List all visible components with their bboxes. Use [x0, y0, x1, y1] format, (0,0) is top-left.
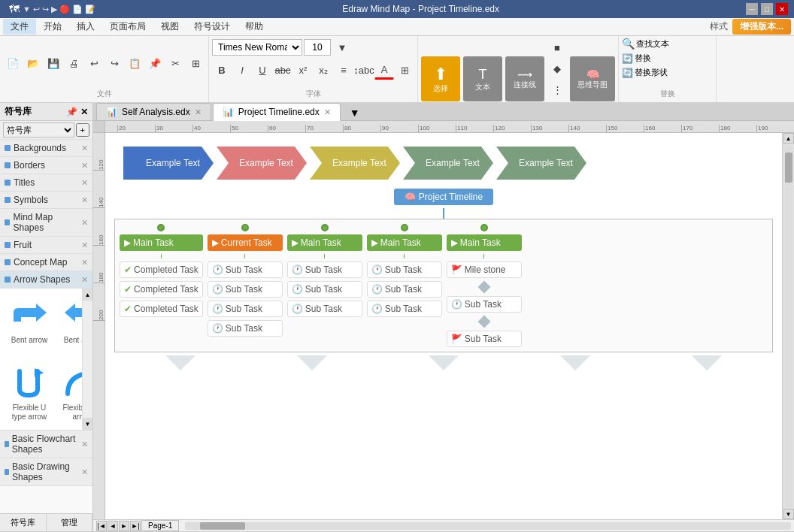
mindmap-tool-btn[interactable]: 🧠 思维导图 [570, 56, 615, 101]
tb-new[interactable]: 📄 [3, 53, 23, 73]
add-library-btn[interactable]: + [76, 123, 89, 137]
library-select[interactable]: 符号库 [3, 122, 74, 138]
menu-insert[interactable]: 插入 [69, 19, 102, 35]
hscroll-thumb[interactable] [200, 522, 245, 530]
sidebar-item-borders[interactable]: Borders ✕ [0, 157, 92, 174]
menu-view[interactable]: 视图 [153, 19, 186, 35]
text-tool-btn[interactable]: T 文本 [463, 56, 502, 101]
cat-borders-close[interactable]: ✕ [81, 161, 88, 171]
chevron-1[interactable]: Example Text [123, 147, 214, 180]
enhanced-button[interactable]: 增强版本... [732, 19, 791, 35]
vscroll-thumb[interactable] [785, 153, 792, 183]
cat-symbols-close[interactable]: ✕ [81, 195, 88, 205]
tb-subscript[interactable]: x₂ [314, 60, 333, 80]
main-canvas[interactable]: Example Text Example Text Example Text E… [105, 133, 782, 519]
canvas-scroll[interactable]: 20 30 40 50 60 70 80 90 100 110 120 130 … [93, 121, 794, 519]
scroll-up-btn[interactable]: ▲ [83, 289, 92, 301]
tb-save[interactable]: 💾 [44, 53, 63, 73]
select-tool-btn[interactable]: ⬆ 选择 [421, 56, 460, 101]
col2-task2[interactable]: 🕐 Sub Task [208, 281, 283, 298]
font-size-down[interactable]: ▼ [332, 38, 352, 57]
tb-open[interactable]: 📂 [23, 53, 43, 73]
cat-arrows-close[interactable]: ✕ [81, 275, 88, 285]
tab-self-analysis[interactable]: 📊 Self Analysis.edx ✕ [96, 103, 211, 120]
sidebar-scroll[interactable]: Backgrounds ✕ Borders ✕ Titles ✕ [0, 140, 92, 513]
page-first-btn[interactable]: |◄ [96, 521, 107, 531]
cat-fruit-close[interactable]: ✕ [81, 240, 88, 250]
col3-task1[interactable]: 🕐 Sub Task [287, 261, 362, 278]
col4-task3[interactable]: 🕐 Sub Task [367, 301, 442, 317]
sidebar-item-titles[interactable]: Titles ✕ [0, 174, 92, 192]
font-name-select[interactable]: Times New Roman [212, 39, 302, 56]
page-next-btn[interactable]: ► [119, 521, 129, 531]
tb-copy[interactable]: 📋 [125, 53, 144, 73]
shape2-btn[interactable]: ◆ [547, 59, 567, 78]
col3-task3[interactable]: 🕐 Sub Task [287, 301, 362, 317]
tab-project-timeline[interactable]: 📊 Project Timeline.edx ✕ [213, 103, 341, 121]
tb-paste[interactable]: 📌 [145, 53, 165, 73]
col2-task1[interactable]: 🕐 Sub Task [208, 261, 283, 278]
chevron-2[interactable]: Example Text [217, 147, 307, 180]
arrow-bent-right[interactable]: Bent arrow [5, 293, 54, 358]
sidebar-pin-btn[interactable]: 📌 [66, 107, 77, 117]
sidebar-close-btn[interactable]: ✕ [80, 107, 88, 117]
right-scrollbar[interactable]: ▲ ▼ [782, 133, 794, 519]
sidebar-item-mindmap[interactable]: Mind Map Shapes ✕ [0, 209, 92, 237]
col5-task3[interactable]: 🚩 Sub Task [447, 331, 522, 347]
symbol-tab[interactable]: 符号库 [0, 514, 47, 531]
menu-symbol[interactable]: 符号设计 [186, 19, 238, 35]
close-button[interactable]: ✕ [776, 3, 788, 15]
col5-header[interactable]: ▶Main Task [447, 234, 522, 251]
col1-task1[interactable]: ✔ Completed Task [120, 261, 203, 278]
page-last-btn[interactable]: ►| [130, 521, 141, 531]
tb-color[interactable]: A [374, 60, 394, 80]
col4-header[interactable]: ▶Main Task [367, 234, 442, 251]
tb-cut[interactable]: ✂ [165, 53, 185, 73]
tb-more2[interactable]: ⊞ [395, 60, 414, 80]
menu-file[interactable]: 文件 [3, 19, 36, 35]
tb-print[interactable]: 🖨 [64, 53, 83, 73]
col4-task2[interactable]: 🕐 Sub Task [367, 281, 442, 298]
cat-titles-close[interactable]: ✕ [81, 178, 88, 188]
maximize-button[interactable]: □ [761, 3, 773, 15]
vscroll-down-btn[interactable]: ▼ [783, 509, 794, 519]
chevron-5[interactable]: Example Text [496, 147, 586, 180]
sidebar-item-symbols[interactable]: Symbols ✕ [0, 192, 92, 209]
col2-task4[interactable]: 🕐 Sub Task [208, 320, 283, 337]
page-prev-btn[interactable]: ◄ [108, 521, 118, 531]
sidebar-item-concept[interactable]: Concept Map ✕ [0, 254, 92, 271]
col3-header[interactable]: ▶Main Task [287, 234, 362, 251]
arrow-u-type[interactable]: Flexible U type arrow [5, 361, 54, 425]
manage-tab[interactable]: 管理 [47, 514, 93, 531]
font-size-input[interactable] [304, 39, 331, 56]
sidebar-item-drawing[interactable]: Basic Drawing Shapes ✕ [0, 458, 92, 486]
sidebar-item-fruit[interactable]: Fruit ✕ [0, 237, 92, 254]
sidebar-item-flowchart[interactable]: Basic Flowchart Shapes ✕ [0, 431, 92, 458]
menu-help[interactable]: 帮助 [238, 19, 271, 35]
tb-align[interactable]: ≡ [334, 60, 353, 80]
col1-header[interactable]: ▶Main Task [120, 234, 203, 251]
col5-task1[interactable]: 🚩 Mile stone [447, 261, 522, 278]
col1-task2[interactable]: ✔ Completed Task [120, 281, 203, 298]
chevron-4[interactable]: Example Text [403, 147, 493, 180]
cat-mindmap-close[interactable]: ✕ [81, 218, 88, 228]
menu-start[interactable]: 开始 [36, 19, 69, 35]
scroll-down-btn[interactable]: ▼ [83, 418, 92, 430]
tb-superscript[interactable]: x² [293, 60, 313, 80]
new-tab-btn[interactable]: ▼ [345, 105, 365, 120]
tb-bold[interactable]: B [212, 60, 232, 80]
menu-layout[interactable]: 页面布局 [102, 19, 153, 35]
page-tab[interactable]: Page-1 [141, 520, 179, 531]
tb-spacing[interactable]: ↕abc [354, 60, 374, 80]
tb-undo[interactable]: ↩ [84, 53, 104, 73]
sidebar-item-arrows[interactable]: Arrow Shapes ✕ [0, 271, 92, 289]
tab-project-timeline-close[interactable]: ✕ [324, 107, 331, 117]
tb-underline[interactable]: U [253, 60, 272, 80]
col2-task3[interactable]: 🕐 Sub Task [208, 301, 283, 317]
shape3-btn[interactable]: ⋮ [547, 80, 567, 99]
col1-task3[interactable]: ✔ Completed Task [120, 301, 203, 317]
connect-tool-btn[interactable]: ⟿ 连接线 [505, 56, 544, 101]
cat-drawing-close[interactable]: ✕ [81, 467, 88, 477]
col2-header[interactable]: ▶Current Task [208, 234, 283, 251]
tb-strikethrough[interactable]: abc [273, 60, 292, 80]
